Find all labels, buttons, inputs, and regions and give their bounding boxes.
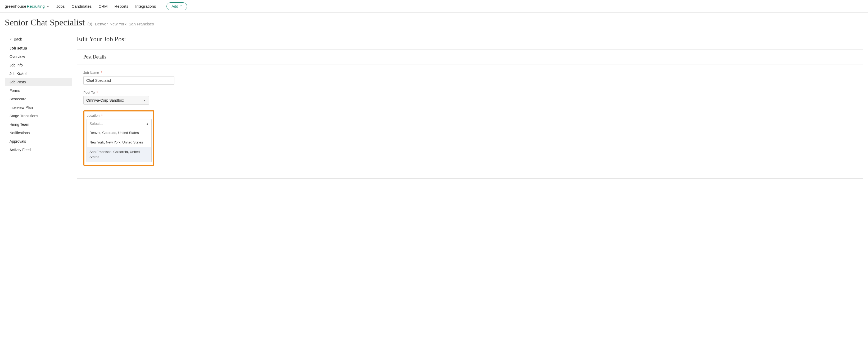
nav-jobs[interactable]: Jobs (56, 4, 65, 8)
top-nav: greenhouse Recruiting Jobs Candidates CR… (0, 0, 868, 13)
nav-integrations[interactable]: Integrations (135, 4, 156, 8)
required-asterisk: * (101, 71, 102, 75)
required-asterisk: * (97, 91, 98, 94)
location-highlight: Location * Select... ▲ Denver, Colorado,… (83, 111, 154, 166)
page-locations: Denver, New York, San Francisco (95, 22, 154, 26)
nav-candidates[interactable]: Candidates (71, 4, 92, 8)
page-title: Senior Chat Specialist (5, 18, 85, 28)
jobname-input[interactable] (83, 76, 175, 85)
brand-switcher[interactable]: greenhouse Recruiting (5, 4, 50, 8)
sidebar-heading: Job setup (5, 44, 72, 53)
brand-name-b: Recruiting (27, 4, 45, 8)
panel-header: Post Details (77, 50, 863, 65)
jobname-label-text: Job Name (83, 71, 99, 75)
location-option[interactable]: Denver, Colorado, United States (87, 128, 151, 138)
sidebar-item-jobposts[interactable]: Job Posts (5, 78, 72, 86)
location-placeholder: Select... (89, 122, 103, 126)
triangle-up-icon: ▲ (146, 122, 149, 125)
required-asterisk: * (101, 114, 103, 118)
page-header: Senior Chat Specialist (9) Denver, New Y… (0, 13, 868, 31)
location-select[interactable]: Select... ▲ (87, 119, 152, 128)
chevron-down-icon (46, 5, 50, 9)
sidebar-item-approvals[interactable]: Approvals (5, 137, 72, 146)
location-option[interactable]: New York, New York, United States (87, 138, 151, 147)
sidebar-item-stagetransitions[interactable]: Stage Transitions (5, 112, 72, 120)
field-postto: Post To * Omniva-Corp Sandbox ▼ (83, 91, 857, 104)
location-label: Location * (87, 114, 151, 118)
sidebar-item-scorecard[interactable]: Scorecard (5, 95, 72, 103)
field-jobname: Job Name * (83, 71, 857, 85)
chevron-down-icon (180, 5, 182, 8)
location-label-text: Location (87, 114, 99, 118)
sidebar-item-activityfeed[interactable]: Activity Feed (5, 146, 72, 154)
location-dropdown-menu: Denver, Colorado, United States New York… (87, 128, 152, 162)
brand-name-a: greenhouse (5, 4, 26, 8)
back-link[interactable]: Back (5, 35, 72, 44)
chevron-left-icon (9, 37, 12, 41)
back-label: Back (14, 37, 22, 41)
nav-reports[interactable]: Reports (115, 4, 129, 8)
page-count: (9) (87, 22, 92, 26)
body-layout: Back Job setup Overview Job Info Job Kic… (0, 31, 868, 183)
postto-label-text: Post To (83, 91, 95, 94)
postto-value: Omniva-Corp Sandbox (86, 98, 124, 102)
sidebar-item-hiringteam[interactable]: Hiring Team (5, 120, 72, 129)
nav-crm[interactable]: CRM (98, 4, 107, 8)
add-button[interactable]: Add (166, 2, 187, 10)
sidebar-item-jobkickoff[interactable]: Job Kickoff (5, 69, 72, 78)
sidebar: Back Job setup Overview Job Info Job Kic… (0, 35, 77, 183)
sidebar-item-interviewplan[interactable]: Interview Plan (5, 103, 72, 112)
sidebar-item-overview[interactable]: Overview (5, 53, 72, 61)
triangle-down-icon: ▼ (144, 99, 146, 102)
location-option[interactable]: San Francisco, California, United States (87, 147, 151, 161)
panel-body: Job Name * Post To * Omniva-Corp Sandbox… (77, 65, 863, 178)
main-content: Edit Your Job Post Post Details Job Name… (77, 35, 868, 183)
post-details-panel: Post Details Job Name * Post To * (77, 49, 863, 179)
jobname-label: Job Name * (83, 71, 857, 75)
sidebar-item-notifications[interactable]: Notifications (5, 129, 72, 137)
sidebar-item-jobinfo[interactable]: Job Info (5, 61, 72, 69)
primary-nav: Jobs Candidates CRM Reports Integrations (56, 4, 156, 8)
add-button-label: Add (172, 4, 178, 8)
postto-label: Post To * (83, 91, 857, 94)
postto-select[interactable]: Omniva-Corp Sandbox ▼ (83, 96, 149, 104)
sidebar-item-forms[interactable]: Forms (5, 86, 72, 95)
main-title: Edit Your Job Post (77, 35, 863, 43)
